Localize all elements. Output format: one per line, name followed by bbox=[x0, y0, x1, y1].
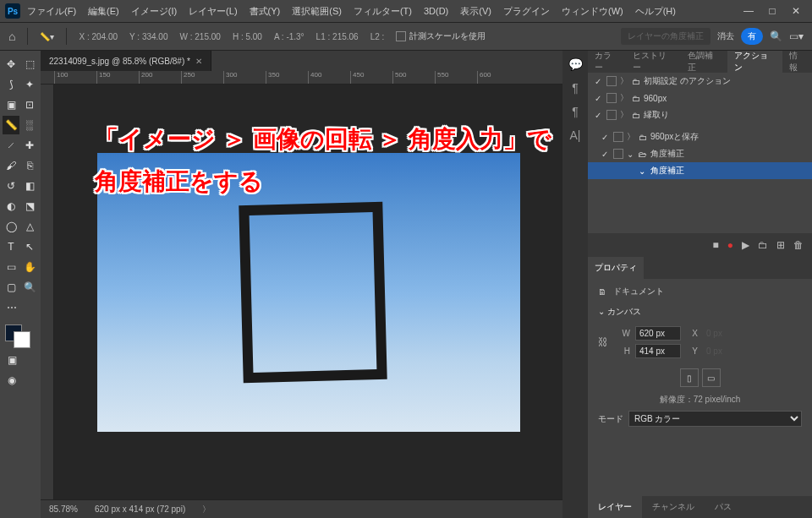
menu-window[interactable]: ウィンドウ(W) bbox=[557, 3, 628, 20]
path-select-tool[interactable]: ↖ bbox=[21, 237, 38, 256]
comment-icon[interactable]: 💬 bbox=[568, 57, 583, 71]
measure-l1-label: L1 : 215.06 bbox=[316, 32, 359, 41]
document-type-row: 🗎ドキュメント bbox=[598, 286, 802, 297]
menu-view[interactable]: 表示(V) bbox=[455, 3, 497, 20]
workspace-icon[interactable]: ▭▾ bbox=[789, 30, 804, 42]
canvas-section-header[interactable]: ⌄ カンバス bbox=[598, 306, 802, 318]
action-set-default[interactable]: ✓〉🗀初期設定 のアクション bbox=[588, 73, 812, 90]
document-tab-title: 22314099_s.jpg @ 85.8% (RGB/8#) * bbox=[49, 57, 190, 66]
lasso-tool[interactable]: ⟆ bbox=[3, 75, 19, 94]
paragraph-icon[interactable]: ¶ bbox=[572, 81, 579, 95]
play-icon[interactable]: ▶ bbox=[742, 239, 749, 251]
menu-select[interactable]: 選択範囲(S) bbox=[287, 3, 347, 20]
tab-channels[interactable]: チャンネル bbox=[642, 496, 705, 518]
selection-tool[interactable]: ✦ bbox=[21, 75, 38, 94]
quick-mask-tool[interactable]: ▣ bbox=[3, 351, 21, 369]
screen-mode-tool[interactable]: ◉ bbox=[3, 371, 21, 390]
history-brush-tool[interactable]: ↺ bbox=[3, 177, 19, 195]
menu-edit[interactable]: 編集(E) bbox=[83, 3, 124, 20]
home-icon[interactable]: ⌂ bbox=[8, 30, 15, 43]
tab-layers[interactable]: レイヤー bbox=[588, 496, 642, 518]
ruler-tool[interactable]: 📏 bbox=[3, 116, 19, 134]
frame-tool[interactable]: ⊡ bbox=[21, 95, 38, 114]
zoom-level[interactable]: 85.78% bbox=[49, 504, 78, 514]
actions-buttons: ■ ● ▶ 🗀 ⊞ 🗑 bbox=[588, 233, 812, 257]
ruler-tool-icon[interactable]: 📏▾ bbox=[40, 32, 54, 41]
vertical-ruler bbox=[41, 85, 54, 499]
color-mode-select[interactable]: RGB カラー bbox=[628, 411, 802, 427]
menu-3d[interactable]: 3D(D) bbox=[419, 3, 453, 19]
tab-adjust[interactable]: 色調補正 bbox=[681, 51, 727, 73]
tab-properties[interactable]: プロパティ bbox=[588, 257, 644, 279]
action-angle-correction[interactable]: ⌄角度補正 bbox=[588, 162, 812, 179]
canvas-width-input[interactable] bbox=[635, 326, 681, 341]
stop-record-icon[interactable]: ■ bbox=[713, 239, 719, 251]
eyedropper-tool[interactable]: ⟋ bbox=[3, 136, 19, 155]
gradient-tool[interactable]: ◐ bbox=[3, 197, 19, 215]
blue-pill-button[interactable]: 有 bbox=[741, 28, 763, 45]
tab-color[interactable]: カラー bbox=[588, 51, 626, 73]
tab-info[interactable]: 情報 bbox=[782, 51, 812, 73]
quick-select-tool[interactable]: ░ bbox=[21, 116, 38, 134]
tab-paths[interactable]: パス bbox=[705, 496, 742, 518]
new-action-icon[interactable]: ⊞ bbox=[776, 239, 785, 251]
menu-layer[interactable]: レイヤー(L) bbox=[184, 3, 242, 20]
move-tool[interactable]: ✥ bbox=[3, 55, 19, 74]
character-icon[interactable]: ¶ bbox=[572, 105, 579, 118]
document-tab[interactable]: 22314099_s.jpg @ 85.8% (RGB/8#) * ✕ bbox=[41, 51, 211, 71]
clear-button[interactable]: 消去 bbox=[717, 30, 734, 42]
brush-tool[interactable]: 🖌 bbox=[3, 156, 19, 175]
tab-actions[interactable]: アクション bbox=[727, 51, 782, 73]
marquee-tool[interactable]: ⬚ bbox=[21, 55, 38, 74]
canvas-y-value: 0 px bbox=[703, 345, 749, 357]
color-swatches[interactable] bbox=[2, 324, 36, 350]
menu-filter[interactable]: フィルター(T) bbox=[348, 3, 417, 20]
search-icon[interactable]: 🔍 bbox=[770, 30, 782, 42]
menu-image[interactable]: イメージ(I) bbox=[126, 3, 182, 20]
dodge-tool[interactable]: ◯ bbox=[3, 217, 19, 236]
link-dimensions-icon[interactable]: ⛓ bbox=[598, 336, 608, 348]
action-set-960save[interactable]: ✓〉🗀960pxと保存 bbox=[588, 128, 812, 145]
canvas[interactable] bbox=[54, 85, 562, 499]
right-panels: カラー ヒストリー 色調補正 アクション 情報 ✓〉🗀初期設定 のアクション ✓… bbox=[588, 51, 812, 518]
delete-icon[interactable]: 🗑 bbox=[793, 239, 804, 251]
orientation-landscape-icon[interactable]: ▭ bbox=[702, 368, 721, 387]
record-icon[interactable]: ● bbox=[727, 239, 733, 251]
stamp-tool[interactable]: ⎘ bbox=[21, 156, 38, 175]
collapsed-panel-rail: 💬 ¶ ¶ A| bbox=[562, 51, 588, 518]
sharpen-tool[interactable]: △ bbox=[21, 217, 38, 236]
measure-y-label: Y : 334.00 bbox=[129, 32, 167, 41]
action-set-angle[interactable]: ✓⌄🗁角度補正 bbox=[588, 145, 812, 162]
options-bar: ⌂ 📏▾ X : 204.00 Y : 334.00 W : 215.00 H … bbox=[0, 22, 812, 51]
crop-tool[interactable]: ▣ bbox=[3, 95, 19, 114]
edit-toolbar-button[interactable]: ⋯ bbox=[3, 298, 21, 317]
window-maximize-button[interactable]: □ bbox=[761, 5, 783, 17]
resolution-label: 解像度：72 pixel/inch bbox=[598, 394, 802, 406]
close-tab-icon[interactable]: ✕ bbox=[195, 57, 202, 66]
menu-help[interactable]: ヘルプ(H) bbox=[630, 3, 681, 20]
eraser-tool[interactable]: ◧ bbox=[21, 177, 38, 195]
action-set-border[interactable]: ✓〉🗀縁取り bbox=[588, 106, 812, 123]
picture-frame bbox=[239, 201, 387, 382]
action-set-960[interactable]: ✓〉🗀960px bbox=[588, 90, 812, 106]
canvas-height-input[interactable] bbox=[635, 344, 681, 358]
shape-tool[interactable]: ▢ bbox=[3, 278, 19, 297]
window-minimize-button[interactable]: — bbox=[738, 5, 760, 17]
measure-h-label: H : 5.00 bbox=[233, 32, 262, 41]
orientation-portrait-icon[interactable]: ▯ bbox=[680, 368, 699, 387]
menu-type[interactable]: 書式(Y) bbox=[244, 3, 286, 20]
type-icon[interactable]: A| bbox=[570, 128, 581, 142]
hand-tool[interactable]: ✋ bbox=[21, 258, 38, 276]
new-set-icon[interactable]: 🗀 bbox=[758, 239, 768, 251]
heal-tool[interactable]: ✚ bbox=[21, 136, 38, 155]
use-scale-checkbox[interactable]: 計測スケールを使用 bbox=[396, 30, 486, 42]
window-close-button[interactable]: ✕ bbox=[785, 5, 807, 17]
zoom-tool[interactable]: 🔍 bbox=[21, 278, 38, 297]
tab-history[interactable]: ヒストリー bbox=[626, 51, 681, 73]
type-tool[interactable]: T bbox=[3, 237, 19, 256]
menu-file[interactable]: ファイル(F) bbox=[22, 3, 81, 20]
rectangle-tool[interactable]: ▭ bbox=[3, 258, 19, 276]
straighten-layer-button: レイヤーの角度補正 bbox=[621, 28, 710, 45]
blur-tool[interactable]: ⬔ bbox=[21, 197, 38, 215]
menu-plugin[interactable]: プラグイン bbox=[498, 3, 555, 20]
